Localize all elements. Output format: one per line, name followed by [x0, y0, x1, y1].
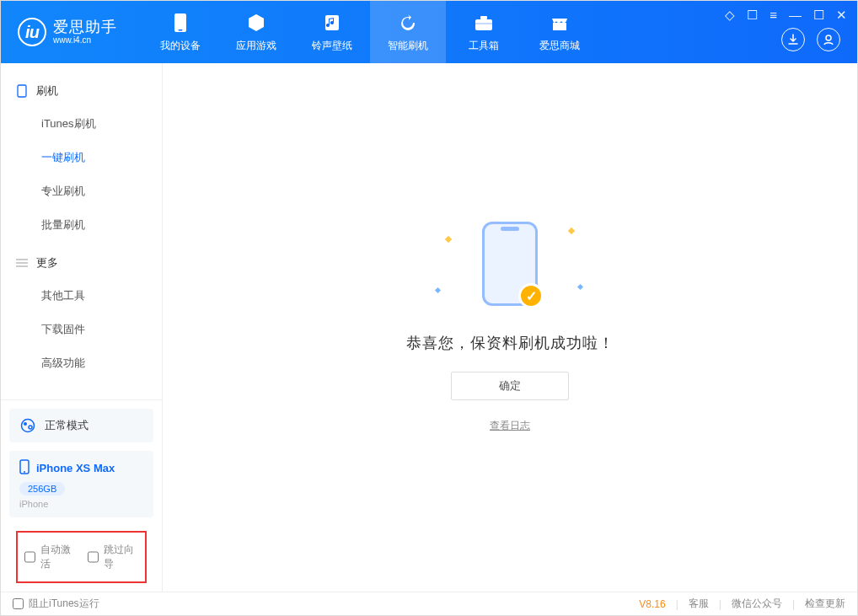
phone-frame-icon: ✓ [482, 222, 538, 306]
spark-icon [577, 284, 583, 290]
sidebar-item-pro-flash[interactable]: 专业刷机 [1, 174, 162, 208]
sidebar-item-advanced[interactable]: 高级功能 [1, 346, 162, 380]
phone-notch [501, 227, 519, 231]
wechat-link[interactable]: 微信公众号 [732, 597, 782, 611]
svg-rect-3 [475, 19, 492, 30]
cube-icon [245, 12, 267, 34]
separator: | [792, 598, 795, 610]
svg-rect-1 [179, 29, 183, 31]
svg-point-14 [29, 426, 32, 429]
svg-rect-0 [174, 13, 186, 32]
device-type: iPhone [19, 499, 143, 509]
auto-activate-checkbox[interactable]: 自动激活 [24, 543, 76, 571]
spark-icon [445, 236, 452, 243]
store-icon [549, 12, 571, 34]
version-label: V8.16 [639, 598, 665, 610]
phone-icon [169, 12, 191, 34]
tab-store[interactable]: 爱思商城 [522, 1, 598, 63]
tab-ringtones-wallpapers[interactable]: 铃声壁纸 [294, 1, 370, 63]
user-icon[interactable] [817, 28, 840, 51]
separator: | [719, 598, 721, 610]
main-content: ✓ 恭喜您，保资料刷机成功啦！ 确定 查看日志 [163, 63, 857, 592]
feedback-icon[interactable]: ☐ [747, 8, 758, 23]
device-icon [16, 85, 28, 97]
logo-icon: iu [18, 18, 46, 46]
auto-activate-input[interactable] [24, 551, 35, 563]
mode-card[interactable]: 正常模式 [9, 409, 153, 442]
tab-label: 铃声壁纸 [312, 39, 352, 53]
view-log-link[interactable]: 查看日志 [490, 419, 530, 433]
customer-service-link[interactable]: 客服 [689, 597, 709, 611]
tab-toolbox[interactable]: 工具箱 [446, 1, 522, 63]
maximize-icon[interactable]: ☐ [813, 8, 824, 23]
sidebar-item-itunes-flash[interactable]: iTunes刷机 [1, 107, 162, 141]
tab-label: 爱思商城 [539, 39, 580, 53]
sidebar-group-flash: 刷机 iTunes刷机 一键刷机 专业刷机 批量刷机 [1, 75, 162, 247]
block-itunes-input[interactable] [13, 598, 24, 609]
check-badge-icon: ✓ [518, 283, 544, 308]
tab-apps-games[interactable]: 应用游戏 [218, 1, 294, 63]
sidebar-item-batch-flash[interactable]: 批量刷机 [1, 208, 162, 242]
list-icon [16, 257, 28, 269]
svg-rect-4 [480, 16, 487, 19]
sidebar-group-more: 更多 其他工具 下载固件 高级功能 [1, 247, 162, 385]
app-title: 爱思助手 [53, 19, 117, 36]
success-message: 恭喜您，保资料刷机成功啦！ [406, 333, 614, 353]
tab-label: 我的设备 [160, 39, 201, 53]
svg-point-13 [24, 422, 27, 426]
tab-smart-flash[interactable]: 智能刷机 [370, 1, 446, 63]
body: 刷机 iTunes刷机 一键刷机 专业刷机 批量刷机 更多 其他工具 下载固件 … [1, 63, 857, 592]
svg-point-16 [24, 471, 25, 473]
skip-wizard-checkbox[interactable]: 跳过向导 [88, 543, 139, 571]
svg-rect-5 [475, 23, 492, 24]
download-manager-icon[interactable] [781, 28, 805, 51]
refresh-icon [397, 12, 419, 34]
shirt-icon[interactable]: ◇ [725, 8, 735, 23]
auto-activate-label: 自动激活 [40, 543, 76, 571]
mode-icon [19, 417, 36, 434]
ok-button[interactable]: 确定 [451, 372, 569, 400]
svg-point-12 [22, 420, 35, 432]
sidebar-heading-flash: 刷机 [1, 75, 162, 107]
minimize-icon[interactable]: — [789, 8, 802, 23]
app-subtitle: www.i4.cn [53, 35, 117, 45]
skip-wizard-label: 跳过向导 [104, 543, 139, 571]
close-icon[interactable]: ✕ [836, 8, 847, 23]
header: iu 爱思助手 www.i4.cn 我的设备 应用游戏 铃声壁纸 [1, 1, 857, 63]
separator: | [676, 598, 678, 610]
sidebar-footer: 正常模式 iPhone XS Max 256GB iPhone 自动激活 [1, 399, 162, 592]
tab-label: 应用游戏 [236, 39, 276, 53]
menu-icon[interactable]: ≡ [770, 8, 777, 23]
logo-area[interactable]: iu 爱思助手 www.i4.cn [1, 18, 132, 46]
status-right: V8.16 | 客服 | 微信公众号 | 检查更新 [639, 597, 845, 611]
skip-wizard-input[interactable] [88, 551, 99, 563]
phone-icon [19, 459, 29, 477]
sidebar-heading-more: 更多 [1, 247, 162, 279]
sidebar-item-download-firmware[interactable]: 下载固件 [1, 313, 162, 346]
heading-label: 更多 [36, 255, 58, 271]
check-update-link[interactable]: 检查更新 [805, 597, 845, 611]
sidebar: 刷机 iTunes刷机 一键刷机 专业刷机 批量刷机 更多 其他工具 下载固件 … [1, 63, 163, 592]
tab-label: 智能刷机 [388, 39, 428, 53]
svg-rect-8 [18, 85, 26, 97]
tab-label: 工具箱 [469, 39, 499, 53]
sidebar-item-other-tools[interactable]: 其他工具 [1, 279, 162, 313]
music-note-icon [321, 12, 343, 34]
svg-rect-6 [553, 23, 566, 30]
window-controls: ◇ ☐ ≡ — ☐ ✕ [725, 8, 847, 23]
device-capacity: 256GB [19, 482, 65, 495]
highlighted-options: 自动激活 跳过向导 [16, 531, 147, 583]
device-card[interactable]: iPhone XS Max 256GB iPhone [9, 451, 153, 517]
tab-my-device[interactable]: 我的设备 [142, 1, 218, 63]
toolbox-icon [473, 12, 495, 34]
sidebar-item-oneclick-flash[interactable]: 一键刷机 [1, 141, 162, 174]
mode-label: 正常模式 [45, 418, 88, 433]
spark-icon [568, 228, 575, 234]
block-itunes-checkbox[interactable]: 阻止iTunes运行 [13, 597, 99, 611]
success-illustration: ✓ [451, 222, 569, 314]
heading-label: 刷机 [36, 83, 58, 99]
block-itunes-label: 阻止iTunes运行 [29, 597, 99, 611]
device-name: iPhone XS Max [36, 462, 115, 474]
spark-icon [435, 287, 441, 293]
top-tabs: 我的设备 应用游戏 铃声壁纸 智能刷机 工具箱 [142, 1, 598, 63]
